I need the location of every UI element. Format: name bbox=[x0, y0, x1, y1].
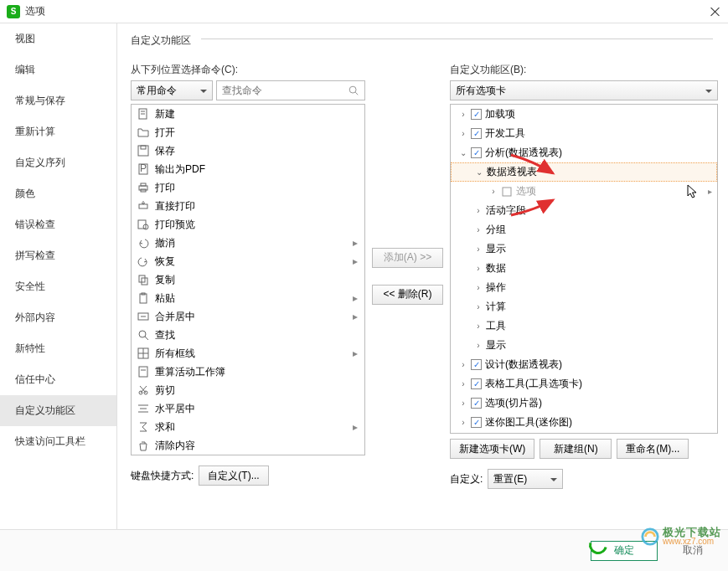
command-item[interactable]: 格式刷▸ bbox=[132, 455, 364, 455]
sidebar-item[interactable]: 安全性 bbox=[0, 271, 116, 302]
sidebar-item[interactable]: 自定义功能区 bbox=[0, 395, 116, 426]
close-icon[interactable] bbox=[708, 5, 721, 18]
search-input[interactable] bbox=[222, 85, 348, 96]
sidebar-item[interactable]: 外部内容 bbox=[0, 302, 116, 333]
expand-icon[interactable]: › bbox=[459, 399, 467, 408]
ok-button[interactable]: 确定 bbox=[591, 541, 658, 561]
tree-item[interactable]: ›选项▸ bbox=[451, 182, 717, 201]
customize-shortcut-button[interactable]: 自定义(T)... bbox=[199, 466, 268, 486]
expand-icon[interactable]: › bbox=[474, 226, 483, 234]
add-button[interactable]: 添加(A) >> bbox=[372, 248, 443, 268]
checkbox[interactable]: ✓ bbox=[471, 398, 482, 409]
sidebar-item[interactable]: 快速访问工具栏 bbox=[0, 426, 116, 457]
command-item[interactable]: 剪切 bbox=[132, 381, 364, 399]
cancel-button[interactable]: 取消 bbox=[683, 543, 703, 558]
expand-icon[interactable]: › bbox=[474, 284, 483, 292]
tree-label: 迷你图工具(迷你图) bbox=[485, 415, 712, 430]
rename-button[interactable]: 重命名(M)... bbox=[617, 439, 689, 459]
tree-item[interactable]: ›活动字段 bbox=[451, 201, 717, 220]
command-item[interactable]: 清除内容 bbox=[132, 436, 364, 455]
tree-item[interactable]: ›✓开发工具 bbox=[451, 124, 717, 143]
expand-icon[interactable]: ⌄ bbox=[475, 168, 483, 177]
command-item[interactable]: 复制 bbox=[132, 270, 364, 289]
command-label: 打印预览 bbox=[155, 218, 359, 232]
tree-item[interactable]: ⌄数据透视表 bbox=[451, 162, 717, 182]
sidebar-item[interactable]: 新特性 bbox=[0, 333, 116, 364]
tree-item[interactable]: ›✓表格工具(工具选项卡) bbox=[451, 374, 717, 394]
titlebar: S 选项 bbox=[0, 0, 728, 23]
tree-label: 加载项 bbox=[485, 107, 712, 121]
expand-icon[interactable]: › bbox=[474, 342, 483, 350]
command-item[interactable]: 求和▸ bbox=[132, 418, 364, 436]
commands-column: 从下列位置选择命令(C): 常用命令 新建打开保存P输出为PDF打印直接打印打印… bbox=[131, 63, 365, 489]
checkbox[interactable]: ✓ bbox=[471, 378, 482, 389]
expand-icon[interactable]: › bbox=[474, 245, 483, 254]
tree-item[interactable]: ›✓加载项 bbox=[451, 105, 717, 124]
merge-icon bbox=[137, 310, 150, 323]
new-group-button[interactable]: 新建组(N) bbox=[540, 439, 612, 459]
checkbox[interactable]: ✓ bbox=[471, 417, 482, 428]
command-item[interactable]: 新建 bbox=[132, 105, 364, 123]
command-item[interactable]: 直接打印 bbox=[132, 197, 364, 215]
command-item[interactable]: 重算活动工作簿 bbox=[132, 363, 364, 381]
expand-icon[interactable]: › bbox=[459, 111, 467, 119]
command-category-dropdown[interactable]: 常用命令 bbox=[131, 80, 213, 100]
tree-item[interactable]: ›操作 bbox=[451, 278, 717, 297]
expand-icon[interactable]: › bbox=[474, 303, 483, 311]
remove-button[interactable]: << 删除(R) bbox=[372, 285, 443, 305]
expand-icon[interactable]: › bbox=[459, 361, 467, 369]
command-item[interactable]: 打印 bbox=[132, 178, 364, 197]
tree-item[interactable]: ›计算 bbox=[451, 297, 717, 316]
tree-item[interactable]: ⌄✓分析(数据透视表) bbox=[451, 143, 717, 162]
commands-listbox[interactable]: 新建打开保存P输出为PDF打印直接打印打印预览撤消▸恢复▸复制粘贴▸合并居中▸查… bbox=[131, 104, 365, 455]
sidebar-item[interactable]: 颜色 bbox=[0, 178, 116, 209]
command-item[interactable]: 查找 bbox=[132, 326, 364, 344]
reset-dropdown[interactable]: 重置(E) bbox=[488, 469, 563, 489]
sidebar-item[interactable]: 自定义序列 bbox=[0, 147, 116, 178]
command-item[interactable]: 撤消▸ bbox=[132, 234, 364, 252]
tree-item[interactable]: ›工具 bbox=[451, 316, 717, 336]
command-item[interactable]: 打印预览 bbox=[132, 215, 364, 234]
sidebar-item[interactable]: 视图 bbox=[0, 23, 116, 54]
new-tab-button[interactable]: 新建选项卡(W) bbox=[450, 439, 534, 459]
command-item[interactable]: 恢复▸ bbox=[132, 252, 364, 270]
command-item[interactable]: 所有框线▸ bbox=[132, 344, 364, 363]
tree-item[interactable]: ›✓选项(切片器) bbox=[451, 394, 717, 413]
expand-icon[interactable]: › bbox=[459, 130, 467, 138]
command-item[interactable]: P输出为PDF bbox=[132, 160, 364, 178]
checkbox[interactable]: ✓ bbox=[471, 359, 482, 370]
tree-item[interactable]: ›数据 bbox=[451, 259, 717, 278]
sidebar-item[interactable]: 错误检查 bbox=[0, 209, 116, 240]
ribbon-scope-dropdown[interactable]: 所有选项卡 bbox=[450, 80, 718, 100]
checkbox[interactable]: ✓ bbox=[471, 128, 482, 139]
expand-icon[interactable]: › bbox=[474, 322, 483, 331]
checkbox[interactable]: ✓ bbox=[471, 147, 482, 158]
expand-icon[interactable]: › bbox=[459, 419, 467, 427]
sidebar-item[interactable]: 编辑 bbox=[0, 54, 116, 85]
tree-item[interactable]: ›显示 bbox=[451, 336, 717, 355]
tree-item[interactable]: ›✓设计(数据透视表) bbox=[451, 355, 717, 374]
tree-item[interactable]: ›✓迷你图工具(迷你图) bbox=[451, 413, 717, 432]
command-item[interactable]: 合并居中▸ bbox=[132, 307, 364, 326]
sidebar-item[interactable]: 重新计算 bbox=[0, 116, 116, 147]
expand-icon[interactable]: › bbox=[474, 265, 483, 273]
expand-icon[interactable]: › bbox=[474, 207, 483, 215]
sidebar-item[interactable]: 信任中心 bbox=[0, 364, 116, 395]
expand-icon[interactable]: › bbox=[489, 188, 498, 196]
ribbon-tree[interactable]: ›✓加载项›✓开发工具⌄✓分析(数据透视表)⌄数据透视表›选项▸›活动字段›分组… bbox=[450, 104, 718, 434]
expand-icon[interactable]: › bbox=[459, 380, 467, 388]
command-item[interactable]: 水平居中 bbox=[132, 399, 364, 418]
command-item[interactable]: 保存 bbox=[132, 141, 364, 160]
expand-icon[interactable]: ⌄ bbox=[459, 149, 467, 157]
command-item[interactable]: 粘贴▸ bbox=[132, 289, 364, 307]
sidebar-item[interactable]: 拼写检查 bbox=[0, 240, 116, 271]
tree-item[interactable]: ›显示 bbox=[451, 239, 717, 259]
checkbox[interactable]: ✓ bbox=[471, 109, 482, 120]
sidebar-item[interactable]: 常规与保存 bbox=[0, 85, 116, 116]
command-item[interactable]: 打开 bbox=[132, 123, 364, 141]
command-label: 保存 bbox=[155, 144, 359, 158]
submenu-arrow-icon: ▸ bbox=[353, 311, 359, 322]
tree-label: 数据透视表 bbox=[487, 165, 711, 179]
tree-item[interactable]: ›分组 bbox=[451, 220, 717, 239]
search-icon[interactable] bbox=[348, 85, 359, 96]
